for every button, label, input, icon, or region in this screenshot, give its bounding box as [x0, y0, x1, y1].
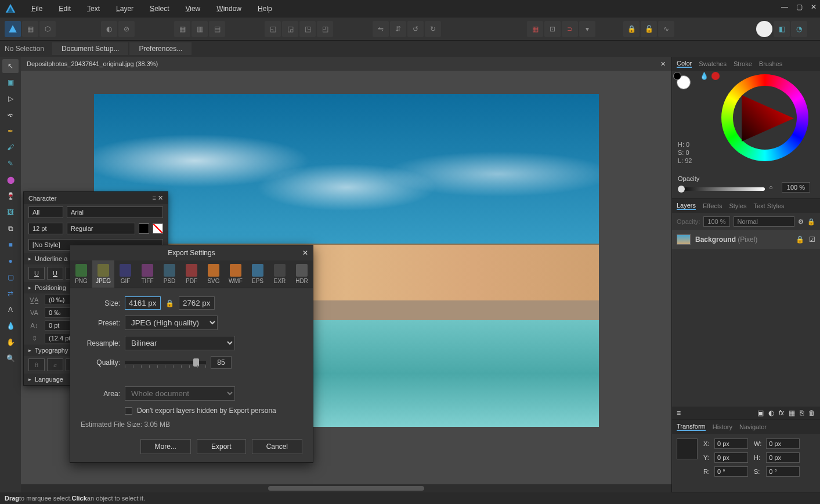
- format-gif[interactable]: GIF: [114, 260, 136, 288]
- toolbar-distribute-icon[interactable]: ▥: [192, 21, 208, 37]
- format-jpeg[interactable]: JPEG: [92, 260, 114, 288]
- toolbar-rotate-r-icon[interactable]: ↻: [425, 21, 441, 37]
- ellipse-tool-icon[interactable]: ●: [2, 254, 19, 268]
- persona-pixel-icon[interactable]: ▦: [22, 21, 38, 37]
- toolbar-icon-a[interactable]: ◐: [101, 21, 117, 37]
- transform-s-input[interactable]: [766, 466, 800, 477]
- transform-r-input[interactable]: [714, 466, 748, 477]
- format-tiff[interactable]: TIFF: [136, 260, 158, 288]
- menu-help[interactable]: Help: [251, 2, 279, 15]
- format-svg[interactable]: SVG: [203, 260, 225, 288]
- tab-color[interactable]: Color: [677, 60, 692, 68]
- toolbar-snap-point-icon[interactable]: ⊡: [544, 21, 561, 37]
- underline-single-button[interactable]: U: [28, 267, 45, 280]
- hand-tool-icon[interactable]: ✋: [2, 335, 19, 349]
- zoom-tool-icon[interactable]: 🔍: [2, 351, 19, 365]
- window-close-icon[interactable]: ✕: [811, 3, 817, 11]
- export-lock-icon[interactable]: 🔒: [165, 299, 174, 307]
- format-pdf[interactable]: PDF: [180, 260, 203, 288]
- tab-history[interactable]: History: [713, 423, 732, 430]
- toolbar-rotate-l-icon[interactable]: ↺: [407, 21, 424, 37]
- menu-file[interactable]: File: [24, 2, 49, 15]
- toolbar-curves-icon[interactable]: ∿: [658, 21, 674, 37]
- persona-export-icon[interactable]: ⬡: [39, 21, 56, 37]
- export-more-button[interactable]: More...: [140, 439, 191, 454]
- crop-tool-icon[interactable]: ⧉: [2, 222, 19, 235]
- document-tab[interactable]: Depositphotos_20437641_original.jpg (38.…: [21, 57, 671, 71]
- text-tool-icon[interactable]: A: [2, 303, 19, 317]
- menu-layer[interactable]: Layer: [109, 2, 140, 15]
- layer-fx-icon[interactable]: fx: [779, 409, 784, 417]
- layer-gear-icon[interactable]: ⚙: [798, 218, 804, 226]
- toolbar-arrange-c-icon[interactable]: ◳: [299, 21, 316, 37]
- eyedropper-tool-icon[interactable]: 💧: [2, 319, 19, 333]
- corner-tool-icon[interactable]: ⤽: [2, 108, 19, 122]
- typo-a-button[interactable]: a: [47, 358, 63, 371]
- char-filter-select[interactable]: All: [28, 206, 63, 218]
- toolbar-flip-h-icon[interactable]: ⇋: [373, 21, 389, 37]
- format-hdr[interactable]: HDR: [291, 260, 313, 288]
- layer-opacity-select[interactable]: 100 %: [703, 216, 729, 227]
- tab-layers[interactable]: Layers: [677, 202, 696, 210]
- char-size-select[interactable]: 12 pt: [28, 223, 63, 234]
- tab-text-styles[interactable]: Text Styles: [753, 202, 784, 209]
- pen-tool-icon[interactable]: ✒: [2, 124, 19, 138]
- toolbar-lock-icon[interactable]: 🔒: [623, 21, 640, 37]
- tab-navigator[interactable]: Navigator: [739, 423, 767, 430]
- layer-blend-select[interactable]: Normal: [734, 216, 794, 227]
- export-close-icon[interactable]: ✕: [302, 249, 308, 257]
- tab-brushes[interactable]: Brushes: [759, 60, 782, 67]
- rectangle-tool-icon[interactable]: ■: [2, 238, 19, 252]
- tab-stroke[interactable]: Stroke: [734, 60, 752, 67]
- color-dot-icon[interactable]: [711, 72, 720, 80]
- layer-delete-icon[interactable]: 🗑: [808, 409, 815, 417]
- opacity-slider[interactable]: [678, 187, 765, 191]
- fill-tool-icon[interactable]: ⬤: [2, 173, 19, 187]
- place-image-tool-icon[interactable]: 🖼: [2, 205, 19, 219]
- underline-double-button[interactable]: U: [47, 267, 63, 280]
- transform-y-input[interactable]: [714, 452, 748, 463]
- menu-window[interactable]: Window: [209, 2, 248, 15]
- layer-locked-icon[interactable]: 🔒: [796, 235, 804, 244]
- transform-x-input[interactable]: [714, 438, 748, 449]
- preferences-button[interactable]: Preferences...: [129, 42, 192, 55]
- glass-tool-icon[interactable]: 🍷: [2, 189, 19, 203]
- export-quality-value[interactable]: 85: [211, 356, 232, 369]
- export-preset-select[interactable]: JPEG (High quality): [125, 316, 218, 330]
- move-tool-icon[interactable]: ↖: [2, 59, 19, 73]
- toolbar-icon-b[interactable]: ⊘: [118, 21, 135, 37]
- menu-edit[interactable]: Edit: [52, 2, 78, 15]
- export-resample-select[interactable]: Bilinear: [125, 336, 235, 350]
- window-maximize-icon[interactable]: ▢: [796, 3, 803, 11]
- layer-lock-icon[interactable]: 🔒: [807, 218, 815, 226]
- toolbar-preview-a-icon[interactable]: [756, 21, 772, 37]
- typo-fi-button[interactable]: fi: [28, 358, 45, 371]
- menu-view[interactable]: View: [178, 2, 207, 15]
- opacity-value[interactable]: 100 %: [782, 182, 810, 193]
- persona-designer-icon[interactable]: [5, 21, 21, 37]
- toolbar-snap-dd-icon[interactable]: ▾: [579, 21, 595, 37]
- char-weight-select[interactable]: Regular: [67, 223, 135, 234]
- tab-swatches[interactable]: Swatches: [699, 60, 727, 67]
- transform-h-input[interactable]: [766, 452, 800, 463]
- layer-visible-icon[interactable]: ☑: [809, 235, 815, 244]
- export-hidden-checkbox[interactable]: [125, 407, 132, 415]
- node-tool-icon[interactable]: ▷: [2, 92, 19, 106]
- format-wmf[interactable]: WMF: [225, 260, 247, 288]
- anchor-grid-icon[interactable]: [677, 438, 698, 459]
- panel-close-icon[interactable]: ✕: [158, 194, 163, 201]
- brush-tool-icon[interactable]: 🖌: [2, 140, 19, 154]
- document-setup-button[interactable]: Document Setup...: [52, 42, 128, 55]
- export-width-input[interactable]: [125, 296, 161, 310]
- toolbar-preview-b-icon[interactable]: ◧: [774, 21, 790, 37]
- panel-menu-icon[interactable]: ≡: [153, 194, 156, 201]
- export-height-input[interactable]: [179, 296, 215, 310]
- layer-row[interactable]: Background (Pixel) 🔒 ☑: [672, 230, 820, 249]
- tab-transform[interactable]: Transform: [677, 423, 706, 431]
- pencil-tool-icon[interactable]: ✎: [2, 157, 19, 171]
- menu-text[interactable]: Text: [80, 2, 107, 15]
- toolbar-preview-c-icon[interactable]: ◔: [791, 21, 807, 37]
- swap-arrows-icon[interactable]: ⇄: [2, 287, 19, 300]
- toolbar-flip-v-icon[interactable]: ⇵: [390, 21, 406, 37]
- tab-effects[interactable]: Effects: [703, 202, 722, 209]
